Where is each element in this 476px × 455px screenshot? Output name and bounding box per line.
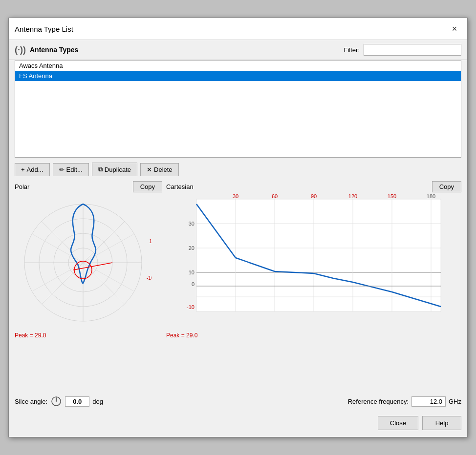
ref-freq-unit: GHz xyxy=(449,398,461,405)
polar-chart-panel: Polar Copy 30 10 xyxy=(15,181,162,392)
slice-value: 0.0 xyxy=(65,396,89,407)
header-section: (·)) Antenna Types Filter: xyxy=(9,40,467,60)
svg-text:30: 30 xyxy=(189,221,195,227)
list-item[interactable]: Awacs Antenna xyxy=(15,61,461,71)
ref-freq-control: Reference frequency: GHz xyxy=(348,396,461,407)
slice-label: Slice angle: xyxy=(15,398,47,405)
svg-line-10 xyxy=(33,234,83,263)
duplicate-icon: ⧉ xyxy=(98,165,103,173)
delete-label: Delete xyxy=(154,166,173,173)
edit-label: Edit... xyxy=(66,166,83,173)
cartesian-copy-button[interactable]: Copy xyxy=(432,181,461,192)
duplicate-button[interactable]: ⧉ Duplicate xyxy=(92,163,137,176)
slice-control: Slice angle: 0.0 deg xyxy=(15,395,103,407)
ref-freq-label: Reference frequency: xyxy=(348,398,409,405)
polar-chart-svg: 30 10 -10 xyxy=(15,194,151,331)
polar-chart-title: Polar xyxy=(15,183,29,190)
edit-button[interactable]: ✏ Edit... xyxy=(53,163,89,176)
antenna-list: Awacs Antenna FS Antenna xyxy=(15,60,461,158)
cartesian-chart-header: Cartesian Copy xyxy=(166,181,461,192)
section-title: Antenna Types xyxy=(30,46,78,54)
title-bar: Antenna Type List × xyxy=(9,18,467,40)
svg-text:10: 10 xyxy=(149,239,151,244)
add-label: Add... xyxy=(27,166,43,173)
cartesian-peak-label: Peak = 29.0 xyxy=(166,331,461,339)
footer-buttons: Close Help xyxy=(9,411,467,437)
edit-icon: ✏ xyxy=(59,166,65,173)
ref-freq-input[interactable] xyxy=(411,396,446,407)
duplicate-label: Duplicate xyxy=(105,166,131,173)
polar-peak-label: Peak = 29.0 xyxy=(15,331,162,339)
delete-icon: ✕ xyxy=(147,166,152,173)
polar-chart-header: Polar Copy xyxy=(15,181,162,192)
help-button[interactable]: Help xyxy=(422,416,461,430)
charts-section: Polar Copy 30 10 xyxy=(9,181,467,392)
list-item-selected[interactable]: FS Antenna xyxy=(15,71,461,81)
svg-line-11 xyxy=(33,263,83,291)
antenna-type-list-dialog: Antenna Type List × (·)) Antenna Types F… xyxy=(8,18,468,437)
cartesian-chart-panel: Cartesian Copy 30 60 xyxy=(166,181,461,392)
bottom-controls: Slice angle: 0.0 deg Reference frequency… xyxy=(9,392,467,411)
svg-text:30: 30 xyxy=(233,194,238,199)
slice-knob-icon[interactable] xyxy=(50,395,62,407)
svg-text:150: 150 xyxy=(388,194,396,199)
close-button[interactable]: Close xyxy=(378,416,418,430)
svg-text:120: 120 xyxy=(348,194,357,199)
filter-input[interactable] xyxy=(364,44,461,56)
svg-text:0: 0 xyxy=(192,281,195,287)
svg-text:180: 180 xyxy=(427,194,435,199)
svg-text:-10: -10 xyxy=(187,304,195,310)
svg-text:90: 90 xyxy=(311,194,317,199)
slice-unit: deg xyxy=(92,398,103,405)
svg-text:-10: -10 xyxy=(147,275,151,281)
dialog-title: Antenna Type List xyxy=(15,25,73,33)
filter-label: Filter: xyxy=(344,46,360,54)
polar-copy-button[interactable]: Copy xyxy=(133,181,162,192)
delete-button[interactable]: ✕ Delete xyxy=(140,163,179,176)
cartesian-chart-svg: 30 60 90 120 150 180 30 20 10 0 -10 xyxy=(166,194,461,331)
close-icon[interactable]: × xyxy=(448,22,461,36)
svg-text:60: 60 xyxy=(272,194,278,199)
header-right: Filter: xyxy=(344,44,462,56)
cartesian-chart-title: Cartesian xyxy=(166,183,194,190)
plus-icon: + xyxy=(21,166,25,173)
antenna-icon: (·)) xyxy=(15,45,26,55)
svg-line-8 xyxy=(83,234,133,263)
add-button[interactable]: + Add... xyxy=(15,163,50,176)
toolbar: + Add... ✏ Edit... ⧉ Duplicate ✕ Delete xyxy=(9,158,467,181)
svg-text:10: 10 xyxy=(189,269,195,275)
header-left: (·)) Antenna Types xyxy=(15,45,78,55)
svg-text:20: 20 xyxy=(189,245,195,251)
